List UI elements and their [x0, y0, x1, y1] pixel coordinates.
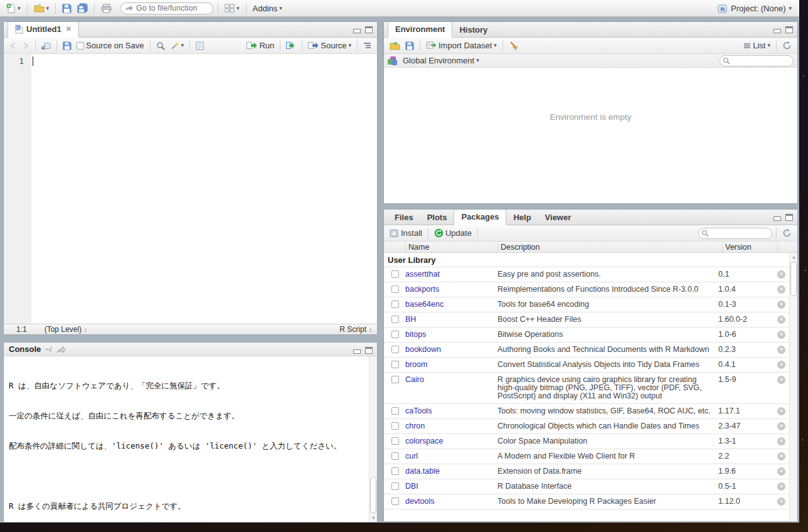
project-menu-button[interactable]: R Project: (None) ▾: [718, 4, 792, 13]
goto-file-input[interactable]: [120, 3, 213, 14]
console-output[interactable]: R は、自由なソフトウェアであり、「完全に無保証」です。 一定の条件に従えば、自…: [4, 356, 369, 522]
package-checkbox[interactable]: [391, 407, 399, 415]
scroll-up-icon[interactable]: ▲: [790, 255, 798, 259]
package-name-link[interactable]: broom: [405, 361, 497, 369]
rerun-button[interactable]: [284, 40, 298, 51]
package-name-link[interactable]: colorspace: [405, 437, 497, 445]
new-file-button[interactable]: ▾: [4, 2, 23, 14]
package-checkbox[interactable]: [391, 467, 399, 475]
package-checkbox[interactable]: [391, 285, 399, 293]
update-button[interactable]: Update: [432, 227, 474, 239]
package-name-link[interactable]: bitops: [405, 331, 497, 339]
remove-package-icon[interactable]: ✕: [777, 497, 785, 506]
addins-button[interactable]: Addins ▾: [251, 3, 284, 14]
maximize-pane-icon[interactable]: [365, 26, 373, 33]
run-button[interactable]: Run: [245, 40, 276, 51]
console-scrollbar[interactable]: ▼: [369, 356, 377, 522]
find-replace-button[interactable]: [154, 40, 167, 51]
tab-environment[interactable]: Environment: [388, 21, 452, 38]
package-name-link[interactable]: caTools: [405, 407, 497, 415]
column-header-description[interactable]: Description: [497, 242, 722, 252]
remove-package-icon[interactable]: ✕: [777, 316, 785, 324]
remove-package-icon[interactable]: ✕: [777, 376, 785, 384]
refresh-environment-button[interactable]: [780, 40, 794, 51]
maximize-pane-icon[interactable]: [785, 214, 793, 221]
remove-package-icon[interactable]: ✕: [777, 437, 785, 445]
remove-package-icon[interactable]: ✕: [777, 301, 785, 309]
package-checkbox[interactable]: [391, 422, 399, 430]
back-button[interactable]: [8, 41, 19, 51]
package-checkbox[interactable]: [391, 316, 399, 323]
package-checkbox[interactable]: [391, 301, 399, 308]
remove-package-icon[interactable]: ✕: [777, 452, 785, 460]
package-name-link[interactable]: base64enc: [405, 301, 497, 309]
tab-packages[interactable]: Packages: [454, 209, 506, 225]
list-view-button[interactable]: List ▾: [742, 40, 772, 51]
remove-package-icon[interactable]: ✕: [777, 407, 785, 415]
package-checkbox[interactable]: [391, 361, 399, 368]
tab-files[interactable]: Files: [388, 210, 420, 225]
save-button[interactable]: [60, 3, 73, 14]
tab-viewer[interactable]: Viewer: [538, 210, 578, 225]
clear-workspace-button[interactable]: [507, 40, 520, 51]
install-button[interactable]: Install: [388, 227, 424, 239]
minimize-pane-icon[interactable]: [773, 27, 781, 33]
column-header-version[interactable]: Version: [722, 242, 777, 252]
package-name-link[interactable]: devtools: [405, 497, 497, 506]
package-name-link[interactable]: bookdown: [405, 346, 497, 354]
compile-report-button[interactable]: [194, 40, 206, 51]
remove-package-icon[interactable]: ✕: [777, 361, 785, 369]
source-button[interactable]: Source ▾: [306, 40, 353, 51]
remove-package-icon[interactable]: ✕: [777, 331, 785, 339]
load-workspace-button[interactable]: [388, 40, 402, 51]
code-tools-button[interactable]: ▾: [168, 40, 186, 51]
package-name-link[interactable]: curl: [405, 452, 497, 460]
package-checkbox[interactable]: [391, 346, 399, 353]
package-checkbox[interactable]: [391, 482, 399, 490]
document-outline-button[interactable]: [361, 41, 373, 50]
package-name-link[interactable]: Cairo: [405, 376, 497, 400]
source-on-save-checkbox[interactable]: [77, 42, 84, 50]
package-checkbox[interactable]: [391, 331, 399, 338]
print-button[interactable]: [99, 3, 114, 14]
environment-search-input[interactable]: [720, 55, 794, 66]
package-checkbox[interactable]: [391, 270, 399, 278]
column-header-name[interactable]: Name: [405, 242, 497, 252]
tab-history[interactable]: History: [452, 23, 494, 38]
package-name-link[interactable]: backports: [405, 285, 497, 294]
remove-package-icon[interactable]: ✕: [777, 270, 785, 279]
package-checkbox[interactable]: [391, 452, 399, 460]
remove-package-icon[interactable]: ✕: [777, 285, 785, 294]
save-source-button[interactable]: [61, 40, 73, 51]
import-dataset-button[interactable]: Import Dataset ▾: [424, 40, 499, 51]
remove-package-icon[interactable]: ✕: [777, 467, 785, 476]
goto-directory-icon[interactable]: [56, 346, 66, 353]
close-tab-icon[interactable]: ✕: [66, 25, 72, 33]
save-workspace-button[interactable]: [403, 40, 416, 51]
tab-untitled1[interactable]: R Untitled1 ✕: [8, 21, 79, 38]
package-name-link[interactable]: assertthat: [405, 270, 497, 279]
package-name-link[interactable]: DBI: [405, 482, 497, 491]
remove-package-icon[interactable]: ✕: [777, 346, 785, 354]
remove-package-icon[interactable]: ✕: [777, 482, 785, 491]
file-type-selector[interactable]: R Script↕: [339, 325, 372, 334]
save-all-button[interactable]: [75, 2, 90, 14]
scope-selector[interactable]: (Top Level)↕: [45, 325, 87, 334]
code-editor[interactable]: 1: [4, 55, 377, 324]
minimize-pane-icon[interactable]: [353, 27, 361, 33]
maximize-pane-icon[interactable]: [785, 26, 793, 33]
remove-package-icon[interactable]: ✕: [777, 422, 785, 430]
packages-search-input[interactable]: [698, 228, 772, 239]
maximize-pane-icon[interactable]: [365, 347, 373, 354]
package-name-link[interactable]: data.table: [405, 467, 497, 476]
package-name-link[interactable]: BH: [405, 316, 497, 324]
refresh-packages-button[interactable]: [780, 227, 794, 239]
tab-help[interactable]: Help: [506, 210, 538, 225]
package-checkbox[interactable]: [391, 497, 399, 505]
open-file-button[interactable]: ▾: [32, 3, 51, 14]
scrollbar-thumb[interactable]: [790, 262, 797, 296]
package-checkbox[interactable]: [391, 376, 399, 383]
package-checkbox[interactable]: [391, 437, 399, 445]
forward-button[interactable]: [20, 41, 31, 51]
pane-layout-button[interactable]: ▾: [223, 3, 242, 14]
